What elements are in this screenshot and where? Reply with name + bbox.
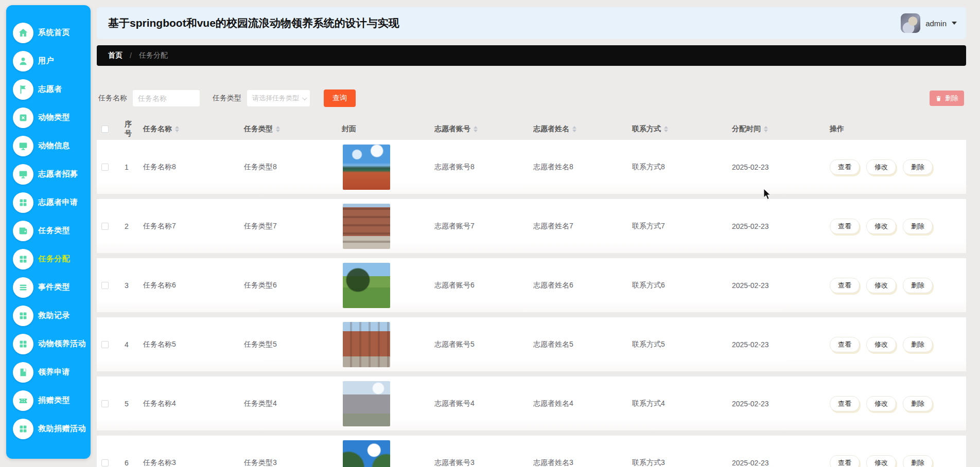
row-checkbox[interactable] [101, 459, 109, 466]
cell-seq: 6 [118, 459, 137, 467]
flag-icon [13, 79, 33, 100]
view-button[interactable]: 查看 [830, 219, 860, 234]
cell-seq: 4 [118, 340, 137, 349]
cell-name: 志愿者姓名6 [527, 281, 626, 290]
task-type-select[interactable]: 请选择任务类型 [247, 89, 310, 107]
home-icon [13, 23, 33, 43]
sidebar-item-animal-info[interactable]: 动物信息 [6, 132, 91, 160]
edit-button[interactable]: 修改 [866, 337, 896, 352]
cell-seq: 3 [118, 281, 137, 290]
view-button[interactable]: 查看 [830, 396, 860, 411]
sort-icons[interactable] [764, 126, 768, 132]
grid-icon [13, 192, 33, 213]
task-name-label: 任务名称 [98, 94, 127, 103]
cell-task-type: 任务类型5 [238, 340, 336, 349]
task-name-input[interactable] [132, 89, 200, 107]
sidebar-item-label: 救助记录 [38, 311, 70, 320]
monitor-icon [13, 164, 33, 185]
grid-icon [13, 249, 33, 270]
table-row: 1 任务名称8 任务类型8 志愿者账号8 志愿者姓名8 联系方式8 2025-0… [97, 140, 966, 194]
cell-account: 志愿者账号7 [428, 222, 527, 231]
cell-task-type: 任务类型6 [238, 281, 336, 290]
cover-image [343, 204, 390, 249]
sort-icons[interactable] [664, 126, 668, 132]
sort-icons[interactable] [474, 126, 478, 132]
cell-date: 2025-02-23 [726, 163, 824, 171]
sidebar-item-volunteer-recruit[interactable]: 志愿者招募 [6, 160, 91, 188]
edit-button[interactable]: 修改 [866, 396, 896, 411]
sidebar-item-label: 志愿者 [38, 84, 62, 94]
delete-button[interactable]: 删除 [903, 337, 933, 352]
column-header-task-name: 任务名称 [137, 124, 238, 134]
sidebar-item-label: 事件类型 [38, 282, 70, 292]
user-menu[interactable]: admin [901, 13, 957, 33]
cover-image [343, 322, 390, 367]
sidebar-item-task-types[interactable]: 任务类型 [6, 217, 91, 245]
sidebar-item-label: 任务分配 [38, 254, 70, 264]
row-checkbox[interactable] [101, 341, 109, 348]
row-checkbox[interactable] [101, 282, 109, 289]
breadcrumb-home[interactable]: 首页 [108, 51, 122, 60]
sidebar-item-donation-types[interactable]: 捐赠类型 [6, 386, 91, 415]
sidebar-item-volunteer-apply[interactable]: 志愿者申请 [6, 188, 91, 217]
edit-button[interactable]: 修改 [866, 455, 896, 467]
sort-icons[interactable] [276, 126, 280, 132]
row-checkbox[interactable] [101, 400, 109, 407]
sidebar-item-system-home[interactable]: 系统首页 [6, 19, 91, 47]
select-all-checkbox[interactable] [101, 125, 109, 133]
cell-seq: 1 [118, 163, 137, 171]
table-header-row: 序号 任务名称 任务类型 封面 志愿者账号 志愿者姓名 联系方式 分配时间 操作 [97, 118, 966, 140]
cell-task-type: 任务类型7 [238, 222, 336, 231]
cell-account: 志愿者账号8 [428, 163, 527, 172]
edit-button[interactable]: 修改 [866, 159, 896, 175]
grid-icon [13, 334, 33, 354]
delete-button[interactable]: 删除 [903, 219, 933, 234]
row-checkbox[interactable] [101, 223, 109, 230]
sidebar-item-volunteers[interactable]: 志愿者 [6, 75, 91, 103]
delete-button[interactable]: 删除 [903, 278, 933, 293]
sidebar-item-adoption-apply[interactable]: 领养申请 [6, 358, 91, 386]
view-button[interactable]: 查看 [830, 278, 860, 293]
sidebar-item-label: 捐赠类型 [38, 396, 70, 405]
sort-icons[interactable] [572, 126, 576, 132]
cell-contact: 联系方式5 [626, 340, 726, 349]
row-checkbox[interactable] [101, 164, 109, 171]
trash-icon [935, 95, 942, 102]
filter-bar: 任务名称 任务类型 请选择任务类型 查询 删除 [97, 89, 966, 107]
sidebar-item-label: 领养申请 [38, 367, 70, 377]
sidebar-item-adoption-activities[interactable]: 动物领养活动 [6, 330, 91, 358]
column-header-date: 分配时间 [726, 124, 824, 134]
user-icon [13, 51, 33, 71]
breadcrumb-separator: / [130, 51, 132, 60]
view-button[interactable]: 查看 [830, 455, 860, 467]
cell-account: 志愿者账号5 [428, 340, 527, 349]
cell-task-name: 任务名称8 [137, 163, 238, 172]
cell-task-name: 任务名称7 [137, 222, 238, 231]
list-icon [13, 277, 33, 298]
table-row: 4 任务名称5 任务类型5 志愿者账号5 志愿者姓名5 联系方式5 2025-0… [97, 317, 966, 371]
cell-name: 志愿者姓名4 [527, 399, 626, 408]
cell-name: 志愿者姓名3 [527, 458, 626, 467]
delete-button[interactable]: 删除 [903, 396, 933, 411]
sidebar-item-rescue-donation-activities[interactable]: 救助捐赠活动 [6, 415, 91, 443]
sort-icons[interactable] [175, 126, 179, 132]
cell-contact: 联系方式7 [626, 222, 726, 231]
view-button[interactable]: 查看 [830, 337, 860, 352]
sidebar-item-task-assignment[interactable]: 任务分配 [6, 245, 91, 273]
delete-button[interactable]: 删除 [903, 159, 933, 175]
task-table: 序号 任务名称 任务类型 封面 志愿者账号 志愿者姓名 联系方式 分配时间 操作… [97, 118, 966, 467]
cell-contact: 联系方式6 [626, 281, 726, 290]
view-button[interactable]: 查看 [830, 159, 860, 175]
edit-button[interactable]: 修改 [866, 278, 896, 293]
sidebar-item-animal-types[interactable]: 动物类型 [6, 103, 91, 132]
box-icon [13, 107, 33, 128]
column-header-account: 志愿者账号 [428, 124, 527, 134]
delete-button[interactable]: 删除 [903, 455, 933, 467]
search-button[interactable]: 查询 [324, 89, 356, 107]
sidebar-item-users[interactable]: 用户 [6, 47, 91, 75]
sidebar-item-event-types[interactable]: 事件类型 [6, 273, 91, 301]
edit-button[interactable]: 修改 [866, 219, 896, 234]
batch-delete-button[interactable]: 删除 [930, 91, 964, 106]
column-header-contact: 联系方式 [626, 124, 726, 134]
sidebar-item-rescue-records[interactable]: 救助记录 [6, 301, 91, 330]
